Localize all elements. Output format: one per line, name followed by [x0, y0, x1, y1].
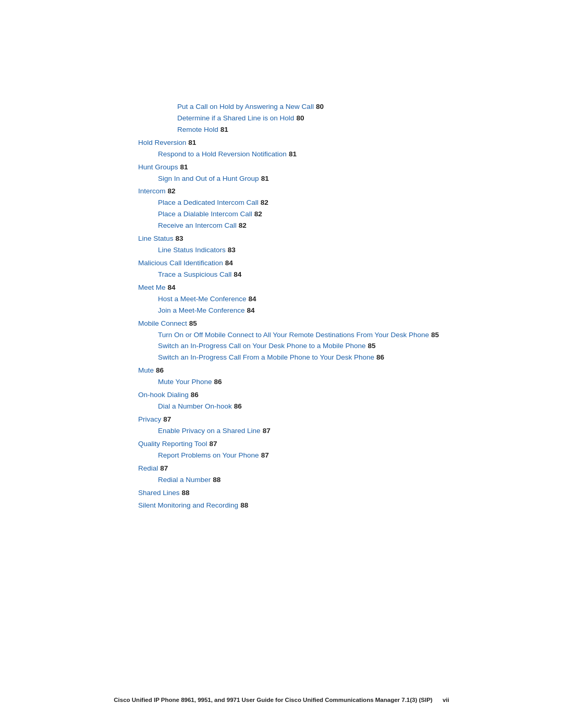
- toc-item[interactable]: Switch an In-Progress Call From a Mobile…: [158, 352, 485, 363]
- toc-item[interactable]: Mute86: [138, 365, 485, 376]
- footer: Cisco Unified IP Phone 8961, 9951, and 9…: [0, 697, 563, 703]
- toc-item[interactable]: Redial a Number88: [158, 475, 485, 486]
- toc-item[interactable]: Respond to a Hold Reversion Notification…: [158, 149, 485, 160]
- toc-item[interactable]: Intercom82: [138, 186, 485, 197]
- toc-item[interactable]: Mobile Connect85: [138, 318, 485, 329]
- toc-item[interactable]: Place a Dialable Intercom Call82: [158, 209, 485, 220]
- toc-item[interactable]: Host a Meet-Me Conference84: [158, 294, 485, 305]
- toc-item[interactable]: Line Status83: [138, 233, 485, 244]
- toc-item[interactable]: Enable Privacy on a Shared Line87: [158, 426, 485, 437]
- toc-item[interactable]: Shared Lines88: [138, 488, 485, 499]
- toc-item[interactable]: Trace a Suspicious Call84: [158, 269, 485, 280]
- toc-item[interactable]: Put a Call on Hold by Answering a New Ca…: [177, 102, 485, 113]
- toc-item[interactable]: Turn On or Off Mobile Connect to All You…: [158, 330, 485, 341]
- toc-item[interactable]: Determine if a Shared Line is on Hold80: [177, 113, 485, 124]
- toc-item[interactable]: Quality Reporting Tool87: [138, 439, 485, 450]
- toc-item[interactable]: Hold Reversion81: [138, 138, 485, 149]
- toc-item[interactable]: On-hook Dialing86: [138, 390, 485, 401]
- footer-pagenum: vii: [443, 697, 449, 703]
- toc-item[interactable]: Silent Monitoring and Recording88: [138, 500, 485, 511]
- toc-item[interactable]: Dial a Number On-hook86: [158, 401, 485, 412]
- toc-item[interactable]: Mute Your Phone86: [158, 377, 485, 388]
- toc-item[interactable]: Privacy87: [138, 414, 485, 425]
- toc-container: Put a Call on Hold by Answering a New Ca…: [138, 102, 485, 511]
- page: Put a Call on Hold by Answering a New Ca…: [0, 0, 563, 728]
- toc-item[interactable]: Switch an In-Progress Call on Your Desk …: [158, 341, 485, 352]
- footer-text: Cisco Unified IP Phone 8961, 9951, and 9…: [114, 697, 432, 703]
- toc-item[interactable]: Hunt Groups81: [138, 162, 485, 173]
- toc-item[interactable]: Remote Hold81: [177, 125, 485, 135]
- toc-item[interactable]: Sign In and Out of a Hunt Group81: [158, 174, 485, 184]
- toc-item[interactable]: Place a Dedicated Intercom Call82: [158, 198, 485, 208]
- toc-content: Put a Call on Hold by Answering a New Ca…: [0, 0, 563, 553]
- toc-item[interactable]: Line Status Indicators83: [158, 245, 485, 256]
- toc-item[interactable]: Meet Me84: [138, 282, 485, 293]
- toc-item[interactable]: Redial87: [138, 463, 485, 474]
- toc-item[interactable]: Report Problems on Your Phone87: [158, 450, 485, 461]
- toc-item[interactable]: Receive an Intercom Call82: [158, 220, 485, 231]
- toc-item[interactable]: Join a Meet-Me Conference84: [158, 305, 485, 316]
- toc-item[interactable]: Malicious Call Identification84: [138, 258, 485, 269]
